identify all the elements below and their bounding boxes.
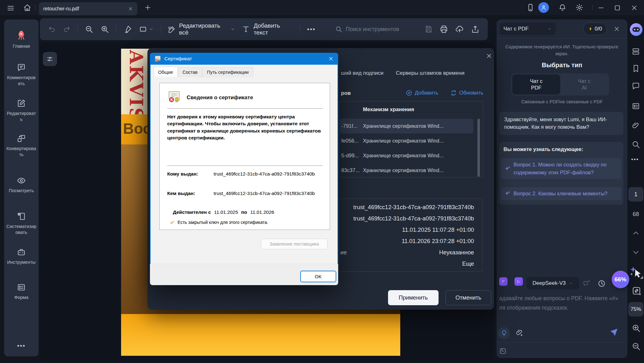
- refresh-button[interactable]: Обновить: [450, 89, 483, 96]
- suggestion-question-1[interactable]: Вопрос 1. Можно ли создать сводку по сод…: [501, 158, 621, 179]
- toggle-label: Чат с: [530, 78, 542, 84]
- close-dialog-icon[interactable]: [486, 52, 492, 59]
- rail-more-button[interactable]: •••: [631, 156, 639, 163]
- lumi-corner-icon[interactable]: [499, 347, 507, 355]
- table-row[interactable]: 5-d99... Хранилище сертификатов Wind...: [340, 148, 473, 163]
- attachments-icon[interactable]: [631, 121, 640, 130]
- sidebar-item-comment[interactable]: Комментировать: [4, 63, 39, 87]
- lumi-robot-avatar[interactable]: [629, 23, 643, 38]
- zoom-in-icon[interactable]: [100, 25, 109, 34]
- rail-zoom-in-icon[interactable]: [631, 323, 641, 333]
- view-settings-button[interactable]: [43, 52, 57, 66]
- text-tool-icon: [242, 25, 250, 33]
- shape-tool[interactable]: [139, 25, 153, 33]
- redo-icon[interactable]: [63, 25, 71, 33]
- tab-signature-appearance[interactable]: ший вид подписи: [341, 70, 383, 76]
- previous-page-chevron-icon[interactable]: [631, 229, 640, 237]
- chat-mode-select[interactable]: Чат с PDF: [500, 23, 556, 35]
- table-row[interactable]: -791f... Хранилище сертификатов Wind...: [340, 119, 473, 133]
- usage-percent-badge[interactable]: 66%: [612, 271, 629, 288]
- home-icon[interactable]: [23, 4, 31, 12]
- undo-icon[interactable]: [48, 25, 56, 33]
- print-icon[interactable]: [439, 25, 448, 34]
- divider: [592, 5, 593, 10]
- new-tab-icon[interactable]: [144, 4, 151, 11]
- ok-button[interactable]: OK: [300, 271, 336, 282]
- save-icon[interactable]: [424, 25, 433, 33]
- tool-search[interactable]: [335, 25, 413, 33]
- history-clock-icon[interactable]: [598, 279, 606, 288]
- add-button[interactable]: Добавить: [406, 89, 438, 96]
- table-scrollbar[interactable]: [477, 119, 480, 177]
- suggestion-question-2[interactable]: Вопрос 2. Каковы ключевые моменты?: [501, 187, 621, 200]
- current-page-box[interactable]: 1: [628, 187, 643, 202]
- user-avatar[interactable]: [538, 2, 549, 13]
- tab-certification-path[interactable]: Путь сертификации: [203, 67, 253, 77]
- minimize-icon[interactable]: [597, 4, 605, 12]
- zoom-level-box[interactable]: 75%: [628, 302, 643, 317]
- ai-cursor-tool-icon[interactable]: [630, 266, 643, 279]
- cloud-upload-icon[interactable]: [455, 25, 464, 34]
- cancel-button[interactable]: Отменить: [445, 290, 491, 305]
- tab-details[interactable]: Состав: [178, 67, 202, 77]
- highlighter-icon[interactable]: [123, 25, 132, 34]
- maximize-icon[interactable]: [614, 4, 621, 12]
- tool-search-input[interactable]: [346, 26, 413, 33]
- tab-timestamp-servers[interactable]: Серверы штампов времени: [396, 70, 465, 76]
- edit-all-button[interactable]: Редактировать всё: [168, 22, 235, 36]
- chevron-down-icon: [149, 27, 153, 31]
- sidebar-item-home[interactable]: Главная: [4, 30, 39, 49]
- app-shortcut-icon-2[interactable]: [514, 277, 523, 286]
- organize-pages-icon: [17, 212, 26, 221]
- attach-file-icon[interactable]: [515, 328, 524, 337]
- tab-general[interactable]: Общие: [154, 67, 178, 77]
- toggle-chat-with-ai[interactable]: Чат с AI: [560, 74, 608, 95]
- document-tab[interactable]: retoucher-ru.pdf: [39, 2, 137, 15]
- sidebar-item-edit[interactable]: Редактировать: [4, 99, 39, 122]
- certificate-dialog-titlebar[interactable]: Сертификат: [150, 53, 338, 65]
- apply-button[interactable]: Применить: [388, 290, 439, 305]
- certificate-icon: [167, 90, 181, 104]
- suggestions-heading: Вы можете узнать следующее:: [503, 146, 620, 152]
- more-link[interactable]: Еще: [462, 260, 474, 267]
- rail-zoom-out-icon[interactable]: [631, 342, 641, 351]
- comments-icon[interactable]: [631, 82, 640, 90]
- form-fields-icon[interactable]: [631, 102, 640, 111]
- close-certificate-dialog-icon[interactable]: [328, 56, 334, 62]
- sidebar-item-form[interactable]: Форма: [4, 283, 39, 301]
- sidebar-more-button[interactable]: •••: [4, 342, 39, 349]
- search-document-icon[interactable]: [631, 140, 640, 149]
- more-tools-button[interactable]: •••: [307, 26, 316, 33]
- new-chat-icon[interactable]: [583, 279, 591, 288]
- chat-input-placeholder-line1[interactable]: адавайте любые вопросы о PDF. Нажмите «#…: [499, 295, 618, 302]
- notifications-bell-icon[interactable]: [558, 3, 567, 12]
- prompt-ideas-button[interactable]: [498, 327, 510, 339]
- zoom-out-icon[interactable]: [85, 25, 93, 34]
- issuer-statement-button[interactable]: Заявление поставщика: [261, 239, 327, 249]
- app-shortcut-icon-1[interactable]: [499, 277, 508, 286]
- send-icon[interactable]: [609, 328, 618, 337]
- quota-badge[interactable]: 0/0: [583, 23, 607, 35]
- sidebar-item-view[interactable]: Посмотреть: [4, 176, 39, 194]
- bookmark-icon[interactable]: [631, 64, 640, 73]
- sidebar-item-convert[interactable]: Конвертировать: [4, 134, 39, 158]
- settings-gear-icon[interactable]: [575, 3, 583, 12]
- share-export-icon[interactable]: [471, 25, 480, 34]
- mobile-device-icon[interactable]: [526, 3, 535, 12]
- menu-icon[interactable]: [7, 4, 14, 12]
- fit-resize-icon[interactable]: [631, 286, 641, 296]
- page-layout-icon[interactable]: [631, 47, 640, 56]
- sidebar-item-tools[interactable]: Инструменты: [4, 247, 39, 265]
- add-text-button[interactable]: Добавить текст: [242, 22, 293, 36]
- close-window-icon[interactable]: [631, 4, 638, 12]
- next-page-chevron-icon[interactable]: [631, 248, 640, 257]
- close-tab-icon[interactable]: [128, 6, 133, 11]
- chat-input-placeholder-line2[interactable]: ля отображения подсказок.: [499, 305, 569, 311]
- ai-chat-panel: Чат с PDF 0/0 Содержимое генерируется ИИ…: [497, 19, 627, 358]
- close-chat-icon[interactable]: [613, 25, 620, 32]
- table-row[interactable]: fe056... Хранилище сертификатов Wind...: [340, 133, 473, 148]
- model-select[interactable]: DeepSeek-V3: [526, 277, 579, 290]
- sidebar-item-organize[interactable]: Систематизировать: [4, 212, 39, 236]
- table-row[interactable]: 83c37... Хранилище сертификатов Wind...: [340, 163, 473, 178]
- toggle-chat-with-pdf[interactable]: Чат с PDF: [512, 74, 560, 95]
